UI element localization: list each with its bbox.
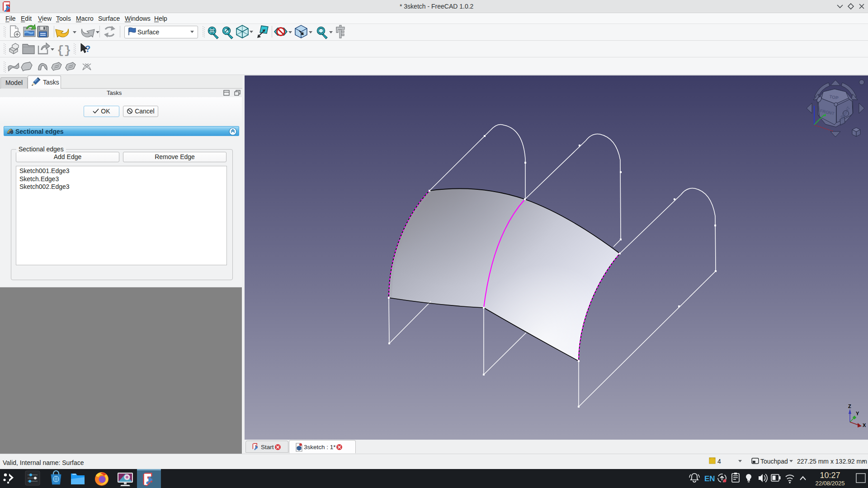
svg-text:Touchpad: Touchpad (760, 458, 788, 465)
svg-text:?: ? (85, 44, 90, 54)
svg-text:Tasks: Tasks (43, 79, 59, 86)
svg-text:{}: {} (57, 44, 71, 57)
svg-text:4: 4 (717, 458, 721, 465)
svg-text:EN: EN (704, 474, 715, 483)
svg-text:3sketch : 1*: 3sketch : 1* (304, 444, 336, 450)
svg-text:Start: Start (261, 444, 274, 450)
svg-text:227.25 mm x 132.92 mm: 227.25 mm x 132.92 mm (797, 458, 867, 465)
svg-text:X: X (863, 422, 866, 428)
svg-text:Z: Z (848, 404, 851, 409)
svg-text:Y: Y (856, 411, 859, 416)
